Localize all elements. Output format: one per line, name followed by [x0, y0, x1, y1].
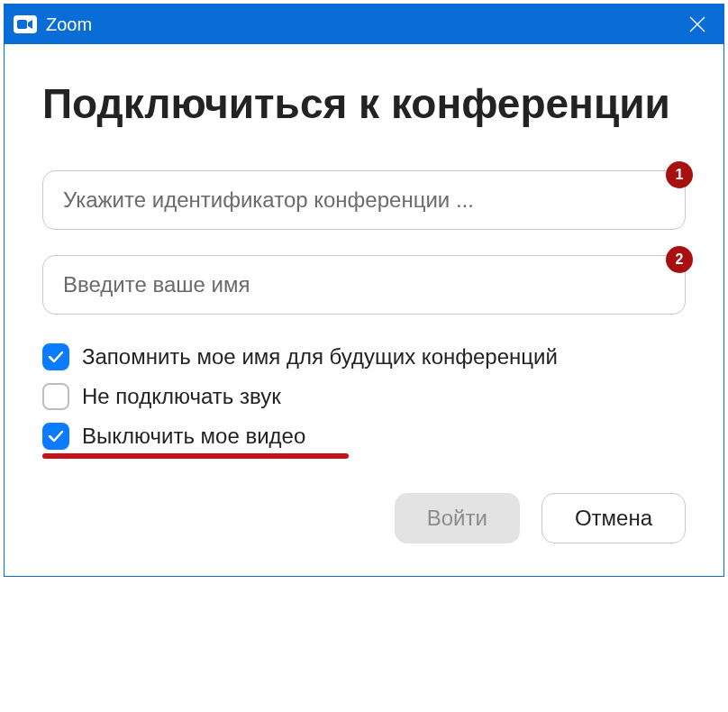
checkmark-icon [48, 430, 64, 443]
titlebar: Zoom [5, 5, 723, 44]
annotation-badge-2: 2 [666, 246, 693, 273]
remember-name-checkbox[interactable] [42, 343, 69, 370]
page-title: Подключиться к конференции [42, 78, 686, 129]
join-button[interactable]: Войти [395, 493, 520, 543]
meeting-id-input[interactable] [42, 170, 686, 230]
window-title: Zoom [46, 14, 92, 35]
no-audio-label: Не подключать звук [82, 384, 281, 409]
annotation-badge-1: 1 [666, 161, 693, 188]
checkmark-icon [48, 351, 64, 363]
annotation-underline [42, 453, 349, 459]
close-icon [689, 16, 705, 32]
zoom-join-window: Zoom Подключиться к конференции 1 2 [4, 4, 724, 577]
zoom-app-icon [14, 15, 37, 33]
meeting-id-wrapper: 1 [42, 170, 686, 230]
cancel-button[interactable]: Отмена [541, 493, 686, 543]
checkbox-group: Запомнить мое имя для будущих конференци… [42, 343, 686, 450]
name-input[interactable] [42, 255, 686, 315]
remember-name-label: Запомнить мое имя для будущих конференци… [82, 344, 558, 370]
close-button[interactable] [684, 11, 711, 38]
svg-rect-0 [17, 20, 27, 29]
button-row: Войти Отмена [42, 493, 686, 543]
no-video-row: Выключить мое видео [42, 423, 686, 450]
no-audio-row: Не подключать звук [42, 383, 686, 410]
content-area: Подключиться к конференции 1 2 Запомнить… [5, 44, 723, 576]
no-video-label: Выключить мое видео [82, 424, 305, 449]
remember-name-row: Запомнить мое имя для будущих конференци… [42, 343, 686, 370]
titlebar-left: Zoom [14, 14, 92, 35]
name-wrapper: 2 [42, 255, 686, 315]
no-video-checkbox[interactable] [42, 423, 69, 450]
no-audio-checkbox[interactable] [42, 383, 69, 410]
